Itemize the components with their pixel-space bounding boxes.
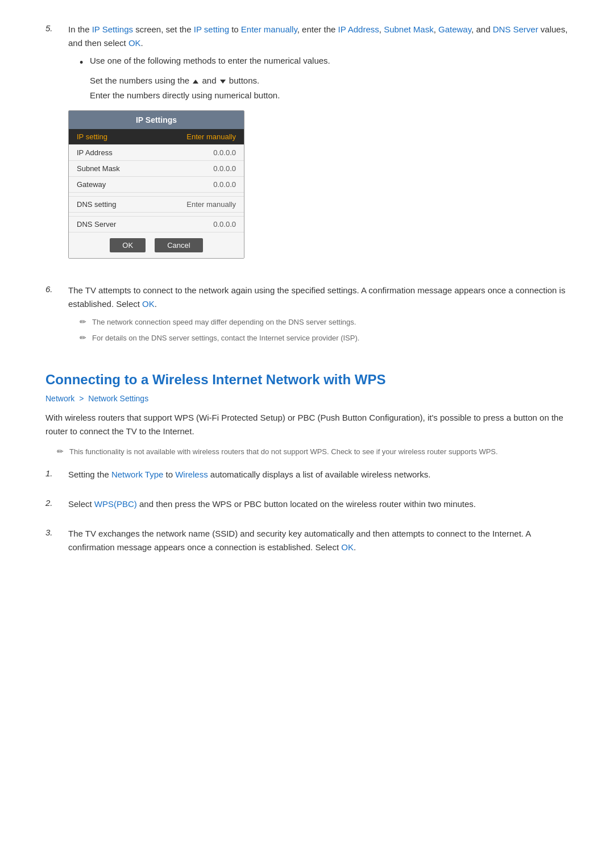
wps-step-3-item: 3. The TV exchanges the network name (SS… xyxy=(45,527,569,560)
wireless-link: Wireless xyxy=(175,470,208,479)
wps-step-1-item: 1. Setting the Network Type to Wireless … xyxy=(45,468,569,487)
triangle-up-icon xyxy=(193,80,198,84)
bullet-text: Use one of the following methods to ente… xyxy=(90,56,330,65)
wps-step-2-content: Select WPS(PBC) and then press the WPS o… xyxy=(68,497,569,517)
sub-indent: Set the numbers using the and buttons. E… xyxy=(90,73,569,102)
dialog-buttons: OK Cancel xyxy=(69,232,244,258)
wps-step-3-content: The TV exchanges the network name (SSID)… xyxy=(68,527,569,560)
wps-step-2-number: 2. xyxy=(45,497,68,508)
wps-step-1-number: 1. xyxy=(45,468,68,478)
enter-manually-link: Enter manually xyxy=(241,24,297,34)
dialog-row-dns-server[interactable]: DNS Server 0.0.0.0 xyxy=(69,217,244,232)
breadcrumb-part1: Network xyxy=(45,394,74,403)
ip-settings-dialog: IP Settings IP setting Enter manually IP… xyxy=(68,110,244,259)
dialog-cancel-button[interactable]: Cancel xyxy=(155,238,202,252)
note-text-2: For details on the DNS server settings, … xyxy=(92,333,359,344)
dialog-spacer2 xyxy=(69,213,244,217)
subnet-label: Subnet Mask xyxy=(77,164,120,173)
ok-link-step5: OK xyxy=(128,38,141,48)
note-item-2: ✏ For details on the DNS server settings… xyxy=(80,333,569,344)
wps-note-text: This functionality is not available with… xyxy=(69,446,498,458)
wps-section-heading: Connecting to a Wireless Internet Networ… xyxy=(45,371,569,388)
note-text-1: The network connection speed may differ … xyxy=(92,317,356,328)
wps-step-1-text: Setting the Network Type to Wireless aut… xyxy=(68,468,569,481)
gateway-label: Gateway xyxy=(77,180,106,189)
ip-address-value: 0.0.0.0 xyxy=(213,148,236,157)
network-type-link: Network Type xyxy=(111,470,163,479)
breadcrumb-arrow: > xyxy=(79,394,86,403)
pencil-icon-wps: ✏ xyxy=(57,446,69,456)
step-6-text: The TV attempts to connect to the networ… xyxy=(68,284,569,311)
wps-step-2-item: 2. Select WPS(PBC) and then press the WP… xyxy=(45,497,569,517)
triangle-down-icon xyxy=(220,80,226,84)
section-step6: 6. The TV attempts to connect to the net… xyxy=(45,284,569,348)
sub-line1-text: Set the numbers using the xyxy=(90,76,192,85)
buttons-text: buttons. xyxy=(229,76,259,85)
ip-setting-label: IP setting xyxy=(77,132,107,141)
bullet-list: • Use one of the following methods to en… xyxy=(80,56,569,102)
sub-line2: Enter the numbers directly using numeric… xyxy=(90,88,569,103)
breadcrumb-part2: Network Settings xyxy=(88,394,148,403)
dns-server-label: DNS Server xyxy=(77,220,116,229)
wps-pbc-link: WPS(PBC) xyxy=(94,499,137,509)
and-text: and xyxy=(202,76,218,85)
gateway-link: Gateway xyxy=(438,24,471,34)
ip-settings-link: IP Settings xyxy=(92,24,133,34)
dialog-title: IP Settings xyxy=(69,111,244,129)
dns-setting-value: Enter manually xyxy=(186,200,236,209)
section-wps: Connecting to a Wireless Internet Networ… xyxy=(45,371,569,560)
ip-setting-link: IP setting xyxy=(194,24,229,34)
note-item-1: ✏ The network connection speed may diffe… xyxy=(80,317,569,328)
step-6-number: 6. xyxy=(45,284,68,294)
section-step5: 5. In the IP Settings screen, set the IP… xyxy=(45,23,569,267)
dns-server-value: 0.0.0.0 xyxy=(213,220,236,229)
dialog-spacer1 xyxy=(69,193,244,197)
bullet-item: • Use one of the following methods to en… xyxy=(80,56,569,70)
ip-address-label: IP Address xyxy=(77,148,113,157)
wps-step-1-content: Setting the Network Type to Wireless aut… xyxy=(68,468,569,487)
gateway-value: 0.0.0.0 xyxy=(213,180,236,189)
wps-step-2-text: Select WPS(PBC) and then press the WPS o… xyxy=(68,497,569,511)
ok-link-step6: OK xyxy=(142,299,155,309)
dialog-ok-button[interactable]: OK xyxy=(110,238,146,252)
wps-note-item: ✏ This functionality is not available wi… xyxy=(57,446,569,458)
wps-step-3-number: 3. xyxy=(45,527,68,537)
pencil-icon-1: ✏ xyxy=(80,317,92,326)
dialog-row-ip-address[interactable]: IP Address 0.0.0.0 xyxy=(69,145,244,161)
step-6-content: The TV attempts to connect to the networ… xyxy=(68,284,569,348)
step-5-content: In the IP Settings screen, set the IP se… xyxy=(68,23,569,267)
step-5-item: 5. In the IP Settings screen, set the IP… xyxy=(45,23,569,267)
ok-link-wps: OK xyxy=(341,542,354,552)
dialog-row-ip-setting[interactable]: IP setting Enter manually xyxy=(69,129,244,145)
dialog-row-subnet[interactable]: Subnet Mask 0.0.0.0 xyxy=(69,161,244,177)
ip-address-link: IP Address xyxy=(338,24,379,34)
step-5-number: 5. xyxy=(45,23,68,33)
dialog-row-dns-setting[interactable]: DNS setting Enter manually xyxy=(69,197,244,213)
sub-line1: Set the numbers using the and buttons. xyxy=(90,73,569,88)
ip-setting-value: Enter manually xyxy=(186,132,236,141)
wps-intro-text: With wireless routers that support WPS (… xyxy=(45,411,569,438)
dns-setting-label: DNS setting xyxy=(77,200,116,209)
pencil-icon-2: ✏ xyxy=(80,333,92,342)
subnet-mask-link: Subnet Mask xyxy=(384,24,434,34)
dns-server-link: DNS Server xyxy=(493,24,538,34)
wps-step-3-text: The TV exchanges the network name (SSID)… xyxy=(68,527,569,554)
breadcrumb: Network > Network Settings xyxy=(45,394,569,403)
subnet-value: 0.0.0.0 xyxy=(213,164,236,173)
dialog-row-gateway[interactable]: Gateway 0.0.0.0 xyxy=(69,177,244,193)
step-6-item: 6. The TV attempts to connect to the net… xyxy=(45,284,569,348)
bullet-dot: • xyxy=(80,56,90,70)
step-5-text: In the IP Settings screen, set the IP se… xyxy=(68,23,569,50)
